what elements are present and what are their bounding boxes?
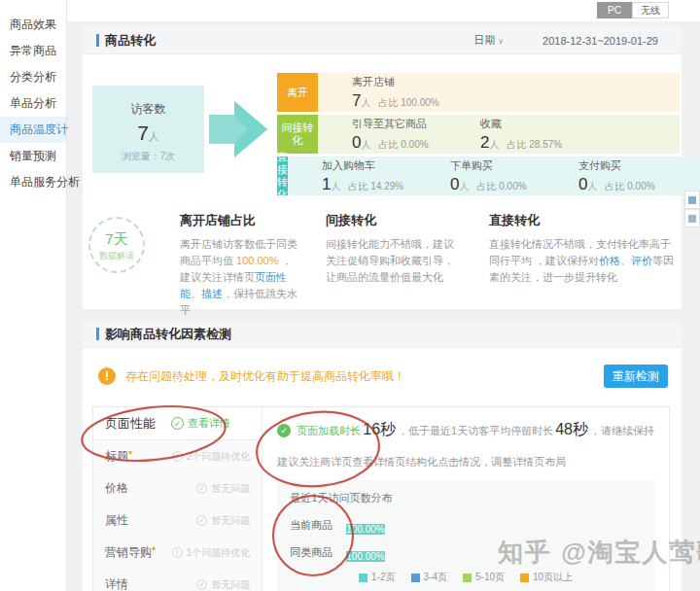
leave-ratio-highlight: 100.00% — [236, 255, 278, 266]
factor-item-marketing[interactable]: 营销导购• !1个问题待优化 — [93, 537, 262, 569]
funnel-row-direct: 直接转化 加入购物车 1人占比 14.29% 下单购买 0人占比 0.00% 支… — [277, 156, 680, 195]
alert-message: 存在问题待处理，及时优化有助于提高商品转化率哦！ — [125, 368, 405, 385]
funnel-row-indirect: 间接转化 引导至其它商品 0人占比 0.00% 收藏 2人占比 28.57% — [277, 115, 680, 154]
page-depth-chart: 最近1天访问页数分布 当前商品 100.00% 同类商品 100.00% 1-2… — [277, 480, 654, 591]
insight-direct: 直接转化 直接转化情况不错哦，支付转化率高于同行平均 ，建议保持对价格、评价等因… — [489, 212, 678, 319]
bar-current-product: 100.00% — [346, 524, 384, 535]
status-ok-icon: ✓ — [196, 579, 207, 590]
factor-item-title[interactable]: 标题• !2个问题待优化 — [93, 440, 262, 472]
factor-item-attribute[interactable]: 属性 ✓暂无问题 — [93, 504, 262, 537]
issue-dot-icon: • — [128, 446, 132, 460]
chevron-down-icon: ∨ — [498, 37, 504, 46]
view-detail-link[interactable]: 查看详情 — [188, 416, 230, 431]
insight-leave-ratio: 离开店铺占比 离开店铺访客数低于同类商品平均值 100.00% ，建议关注详情页… — [180, 212, 300, 319]
factor-card-header: 影响商品转化因素检测 — [83, 321, 682, 348]
sidebar-item-single-analysis[interactable]: 单品分析 — [0, 90, 66, 117]
feedback-icon[interactable] — [684, 191, 700, 209]
load-time-result: ✓ 页面加载时长 16秒 ，低于最近1天访客平均停留时长 48秒 ，请继续保持 — [277, 420, 654, 440]
chart-legend: 1-2页 3-4页 5-10页 10页以上 — [290, 571, 642, 584]
check-circle-icon: ✓ — [277, 424, 291, 437]
funnel-row-leave: 离开 离开店铺 7人占比 100.00% — [277, 73, 680, 112]
factor-item-detail[interactable]: 详情 ✓暂无问题 — [93, 569, 262, 591]
terminal-toggle: PC 无线 — [597, 2, 669, 18]
sidebar-item-category-analysis[interactable]: 分类分析 — [0, 64, 66, 90]
factor-list: 页面性能 ✓ 查看详情 标题• !2个问题待优化 价格 ✓暂无问题 属性 ✓暂无… — [93, 407, 262, 591]
date-filter[interactable]: 日期∨ — [473, 33, 504, 48]
factor-title: 影响商品转化因素检测 — [105, 326, 231, 343]
suggestion-text: 建议关注商详页查看详情页结构化点击情况，调整详情页布局 — [277, 455, 654, 469]
visitor-label: 访客数 — [92, 101, 204, 118]
pageview-sub-label: 浏览量：7次 — [92, 150, 204, 163]
indirect-tag: 间接转化 — [277, 115, 318, 154]
factor-item-price[interactable]: 价格 ✓暂无问题 — [93, 472, 262, 504]
check-circle-icon: ✓ — [171, 417, 184, 430]
recheck-button[interactable]: 重新检测 — [604, 365, 668, 388]
issue-alert: ! 存在问题待处理，及时优化有助于提高商品转化率哦！ 重新检测 — [98, 365, 668, 388]
metric-favorite: 收藏 2人占比 28.57% — [480, 117, 609, 153]
insight-indirect: 间接转化 间接转化能力不错哦，建议关注促销导购和收藏引导，让商品的流量价值最大化 — [326, 212, 464, 319]
conversion-card-header: 商品转化 日期∨ 2018-12-31~2019-01-29 — [83, 27, 682, 54]
leave-tag: 离开 — [277, 73, 318, 112]
legend-swatch-1-2 — [359, 574, 368, 582]
seven-day-insight-badge: 7天 数据解读 — [88, 217, 145, 273]
sidebar-item-product-thermometer[interactable]: 商品温度计 — [0, 117, 66, 143]
issue-dot-icon: • — [152, 542, 156, 556]
factor-selected-row[interactable]: 页面性能 ✓ 查看详情 — [93, 407, 262, 440]
sidebar-item-abnormal-products[interactable]: 异常商品 — [0, 38, 66, 64]
help-icon[interactable] — [684, 209, 700, 227]
legend-swatch-5-10 — [463, 574, 472, 582]
toggle-wireless-button[interactable]: 无线 — [632, 2, 669, 18]
product-conversion-card: 商品转化 日期∨ 2018-12-31~2019-01-29 访客数 7人 浏览… — [83, 27, 682, 309]
toggle-pc-button[interactable]: PC — [597, 2, 632, 18]
selected-factor-label: 页面性能 — [105, 415, 156, 433]
metric-pay: 支付购买 0人占比 0.00% — [578, 158, 700, 194]
detection-panel: 页面性能 ✓ 查看详情 标题• !2个问题待优化 价格 ✓暂无问题 属性 ✓暂无… — [92, 406, 670, 591]
legend-swatch-3-4 — [411, 574, 420, 582]
bar-row-current: 当前商品 100.00% — [290, 518, 642, 533]
factor-detection-card: 影响商品转化因素检测 ! 存在问题待处理，及时优化有助于提高商品转化率哦！ 重新… — [83, 321, 682, 591]
date-range-value[interactable]: 2018-12-31~2019-01-29 — [542, 35, 658, 47]
price-link[interactable]: 价格 — [599, 255, 620, 266]
metric-leave-shop: 离开店铺 7人占比 100.00% — [352, 75, 480, 111]
header-accent-bar — [96, 328, 99, 340]
visitor-unit: 人 — [149, 130, 159, 142]
status-warn-icon: ! — [172, 451, 183, 462]
load-time-value: 16秒 — [363, 420, 396, 440]
conversion-title: 商品转化 — [105, 32, 156, 50]
visitor-value: 7 — [137, 122, 149, 144]
sidebar: 商品效果 异常商品 分类分析 单品分析 商品温度计 销量预测 单品服务分析 — [0, 0, 67, 591]
sidebar-item-sales-forecast[interactable]: 销量预测 — [0, 143, 66, 169]
topbar: PC 无线 — [67, 0, 700, 21]
metric-add-cart: 加入购物车 1人占比 14.29% — [322, 158, 450, 194]
metric-guide-other: 引导至其它商品 0人占比 0.00% — [352, 117, 480, 153]
feedback-widget — [684, 191, 700, 227]
funnel-arrow-icon — [209, 97, 269, 161]
bar-similar-product: 100.00% — [346, 551, 384, 562]
legend-swatch-10plus — [520, 574, 529, 582]
status-warn-icon: ! — [172, 547, 183, 558]
chart-title: 最近1天访问页数分布 — [290, 491, 642, 505]
review-link[interactable]: 评价 — [631, 255, 652, 266]
description-link[interactable]: 描述 — [201, 288, 223, 299]
direct-tag: 直接转化 — [277, 156, 288, 195]
metric-order: 下单购买 0人占比 0.00% — [450, 158, 578, 194]
sidebar-item-product-effect[interactable]: 商品效果 — [0, 12, 66, 38]
status-ok-icon: ✓ — [196, 483, 207, 494]
visitor-count-box: 访客数 7人 浏览量：7次 — [92, 86, 204, 173]
bar-row-similar: 同类商品 100.00% — [290, 545, 642, 560]
factor-result-area: ✓ 页面加载时长 16秒 ，低于最近1天访客平均停留时长 48秒 ，请继续保持 … — [262, 407, 669, 591]
status-ok-icon: ✓ — [196, 515, 207, 526]
sidebar-item-single-service[interactable]: 单品服务分析 — [0, 169, 66, 195]
header-accent-bar — [96, 34, 99, 47]
warning-icon: ! — [98, 367, 116, 385]
stay-time-value: 48秒 — [555, 420, 588, 440]
